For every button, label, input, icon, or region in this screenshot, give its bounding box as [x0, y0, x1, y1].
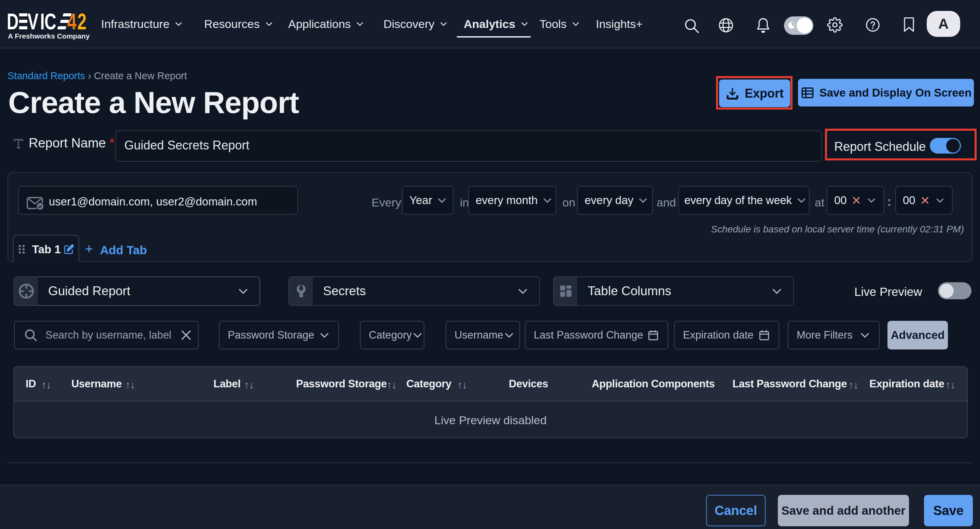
svg-text:I: I [40, 13, 45, 31]
svg-text:2: 2 [77, 13, 86, 31]
svg-text:D: D [8, 13, 19, 31]
svg-text:C: C [45, 13, 56, 31]
svg-text:V: V [27, 13, 38, 31]
